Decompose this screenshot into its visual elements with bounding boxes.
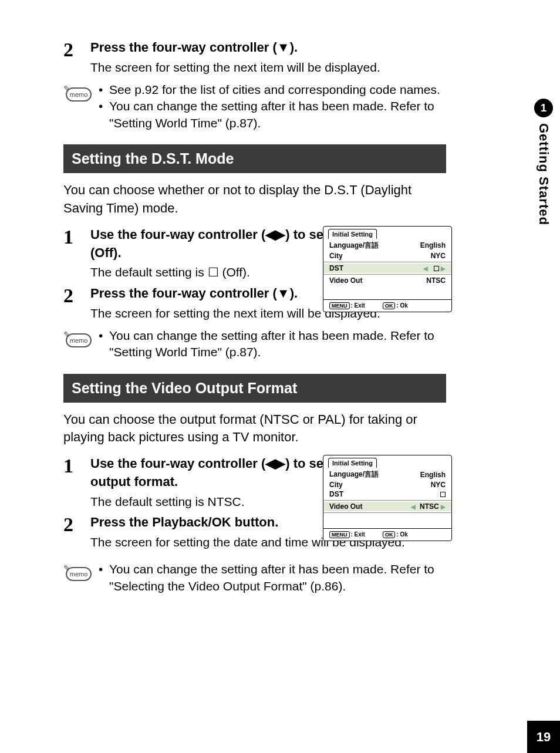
lcd-footer-text: : Ok	[396, 531, 407, 538]
chapter-title: Getting Started	[536, 123, 551, 225]
lcd-label: Language/言語	[329, 470, 379, 480]
lcd-tab: Initial Setting	[328, 458, 377, 468]
lcd-value-video: ◀ NTSC ▶	[411, 502, 446, 511]
menu-button-icon: MENU	[329, 302, 350, 309]
lcd-value: NTSC	[426, 276, 446, 285]
memo-label: memo	[66, 333, 92, 347]
memo-text: You can change the setting after it has …	[109, 98, 446, 131]
section-heading-dst: Setting the D.S.T. Mode	[63, 144, 446, 173]
step-heading: Press the four-way controller (▼).	[90, 39, 446, 57]
chapter-marker: 1 Getting Started	[534, 99, 553, 225]
lcd-tab: Initial Setting	[328, 229, 377, 239]
memo-text: You can change the setting after it has …	[109, 561, 446, 595]
section-heading-video: Setting the Video Output Format	[63, 374, 446, 403]
chapter-number-chip: 1	[534, 99, 553, 117]
step-number: 2	[63, 514, 90, 535]
memo-icon: ✎ memo	[63, 84, 93, 104]
step-description: The screen for setting the next item wil…	[90, 59, 446, 76]
memo-text: You can change the setting after it has …	[109, 327, 446, 361]
lcd-value: NYC	[431, 252, 446, 260]
lcd-screenshot-video: Initial Setting Language/言語English CityN…	[323, 455, 452, 541]
step-head-suffix: ).	[290, 286, 298, 300]
step-number: 1	[63, 455, 90, 476]
lcd-value: English	[420, 471, 446, 479]
down-arrow-icon: ▼	[277, 40, 290, 55]
page-content: 2 Press the four-way controller (▼). The…	[0, 0, 446, 595]
lcd-value-dst: ◀ ▶	[423, 264, 446, 272]
lcd-label: DST	[329, 264, 343, 272]
section-intro: You can choose the output format (NTSC o…	[63, 411, 446, 447]
memo-icon: ✎ memo	[63, 330, 93, 350]
lcd-screenshot-dst: Initial Setting Language/言語English CityN…	[323, 226, 452, 312]
ok-button-icon: OK	[383, 302, 396, 309]
lcd-label: Video Out	[329, 276, 362, 285]
lcd-value-dst	[440, 490, 446, 498]
lcd-label: Language/言語	[329, 241, 379, 251]
menu-button-icon: MENU	[329, 531, 350, 538]
down-arrow-icon: ▼	[277, 286, 290, 300]
memo-block-1: ✎ memo •See p.92 for the list of cities …	[63, 82, 446, 131]
lcd-value: English	[420, 241, 446, 249]
memo-label: memo	[66, 87, 92, 102]
step-head-suffix: ).	[290, 40, 298, 55]
lcd-label: Video Out	[329, 502, 362, 511]
lcd-footer-text: : Exit	[351, 531, 365, 538]
step-number: 2	[63, 39, 90, 60]
step-intro-2: 2 Press the four-way controller (▼). The…	[63, 39, 446, 76]
section-intro: You can choose whether or not to display…	[63, 181, 446, 218]
lcd-footer-text: : Ok	[396, 302, 407, 309]
lcd-label: City	[329, 252, 343, 260]
page-number: 19	[527, 721, 560, 753]
lcd-label: City	[329, 481, 343, 489]
lcd-value: NYC	[431, 481, 446, 489]
memo-icon: ✎ memo	[63, 563, 93, 583]
lcd-footer-text: : Exit	[351, 302, 365, 309]
memo-block-3: ✎ memo •You can change the setting after…	[63, 561, 446, 595]
memo-label: memo	[66, 567, 92, 581]
lcd-label: DST	[329, 490, 343, 498]
memo-block-2: ✎ memo •You can change the setting after…	[63, 327, 446, 361]
step-number: 1	[63, 226, 90, 247]
step-number: 2	[63, 285, 90, 306]
side-tab: 1 Getting Started 19	[527, 0, 560, 753]
ok-button-icon: OK	[383, 531, 396, 538]
lcd-value: NTSC	[420, 502, 439, 511]
step-head-prefix: Press the four-way controller (	[90, 40, 277, 55]
step-head-prefix: Press the four-way controller (	[90, 286, 277, 300]
memo-text: See p.92 for the list of cities and corr…	[109, 82, 440, 98]
